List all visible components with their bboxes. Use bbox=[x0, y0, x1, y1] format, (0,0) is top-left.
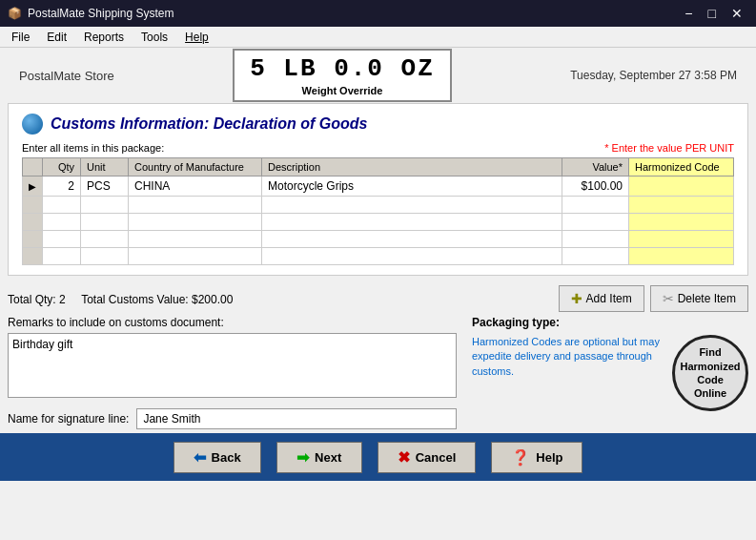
row-unit: PCS bbox=[81, 177, 129, 197]
right-bottom: Packaging type: Harmonized Codes are opt… bbox=[472, 316, 748, 429]
totals-row: Total Qty: 2 Total Customs Value: $200.0… bbox=[8, 293, 233, 306]
weight-label: Weight Override bbox=[250, 85, 435, 96]
plus-icon: ✚ bbox=[571, 291, 582, 306]
maximize-button[interactable]: □ bbox=[703, 4, 722, 23]
table-row-empty bbox=[23, 197, 734, 214]
table-row-empty bbox=[23, 231, 734, 248]
harmonized-note: Harmonized Codes are optional but may ex… bbox=[472, 335, 663, 379]
window-controls: − □ ✕ bbox=[679, 4, 748, 23]
items-table: Qty Unit Country of Manufacture Descript… bbox=[22, 157, 734, 265]
row-selector: ▶ bbox=[23, 177, 43, 197]
delete-item-label: Delete Item bbox=[678, 292, 736, 305]
header: PostalMate Store 5 LB 0.0 OZ Weight Over… bbox=[0, 48, 756, 103]
help-button[interactable]: ❓ Help bbox=[491, 442, 582, 473]
total-value: Total Customs Value: $200.00 bbox=[81, 293, 233, 306]
close-button[interactable]: ✕ bbox=[725, 4, 748, 23]
store-name: PostalMate Store bbox=[19, 69, 114, 83]
page-title: Customs Information: Declaration of Good… bbox=[51, 115, 367, 133]
row-country: CHINA bbox=[129, 177, 262, 197]
menu-help[interactable]: Help bbox=[177, 29, 216, 46]
menu-edit[interactable]: Edit bbox=[39, 29, 74, 46]
action-buttons: ✚ Add Item ✂ Delete Item bbox=[559, 285, 748, 312]
minimize-button[interactable]: − bbox=[679, 4, 698, 23]
next-button[interactable]: ➡ Next bbox=[276, 442, 362, 473]
back-label: Back bbox=[212, 450, 241, 465]
menu-file[interactable]: File bbox=[4, 29, 37, 46]
title-bar: 📦 PostalMate Shipping System − □ ✕ bbox=[0, 0, 756, 27]
help-question-icon: ❓ bbox=[511, 448, 530, 467]
app-title: PostalMate Shipping System bbox=[28, 7, 174, 20]
packaging-label: Packaging type: bbox=[472, 316, 748, 329]
packaging-content: Harmonized Codes are optional but may ex… bbox=[472, 335, 748, 411]
app-icon: 📦 bbox=[8, 7, 22, 20]
cancel-label: Cancel bbox=[416, 450, 457, 465]
bottom-section: Remarks to include on customs document: … bbox=[8, 316, 748, 429]
delete-item-button[interactable]: ✂ Delete Item bbox=[650, 285, 748, 312]
next-arrow-icon: ➡ bbox=[296, 448, 309, 467]
find-harmonized-button[interactable]: Find Harmonized Code Online bbox=[672, 335, 748, 411]
cancel-button[interactable]: ✖ Cancel bbox=[378, 442, 477, 473]
total-qty: Total Qty: 2 bbox=[8, 293, 66, 306]
weight-value: 5 LB 0.0 OZ bbox=[250, 54, 435, 83]
row-qty: 2 bbox=[43, 177, 81, 197]
main-content: Customs Information: Declaration of Good… bbox=[8, 103, 748, 276]
remarks-label: Remarks to include on customs document: bbox=[8, 316, 457, 329]
cancel-x-icon: ✖ bbox=[398, 448, 410, 467]
table-instructions: Enter all items in this package: bbox=[22, 142, 164, 154]
row-description: Motorcycle Grips bbox=[262, 177, 562, 197]
scissors-icon: ✂ bbox=[663, 291, 674, 306]
col-value: Value* bbox=[562, 158, 629, 177]
signature-label: Name for signature line: bbox=[8, 412, 129, 426]
col-unit: Unit bbox=[81, 158, 129, 177]
next-label: Next bbox=[315, 450, 341, 465]
back-button[interactable]: ⬅ Back bbox=[174, 442, 261, 473]
add-item-button[interactable]: ✚ Add Item bbox=[559, 285, 644, 312]
remarks-textarea[interactable]: Birthday gift bbox=[8, 333, 457, 398]
globe-icon bbox=[22, 114, 43, 135]
row-value: $100.00 bbox=[562, 177, 629, 197]
col-description: Description bbox=[262, 158, 562, 177]
date-time: Tuesday, September 27 3:58 PM bbox=[570, 69, 737, 82]
weight-display: 5 LB 0.0 OZ Weight Override bbox=[233, 49, 452, 102]
footer: ⬅ Back ➡ Next ✖ Cancel ❓ Help bbox=[0, 433, 756, 481]
help-label: Help bbox=[536, 450, 562, 465]
section-header: Customs Information: Declaration of Good… bbox=[22, 114, 734, 135]
signature-input[interactable] bbox=[136, 408, 457, 429]
table-header-row: Enter all items in this package: * Enter… bbox=[22, 142, 734, 154]
find-harmonized-label: Find Harmonized Code Online bbox=[681, 345, 741, 400]
menu-tools[interactable]: Tools bbox=[133, 29, 175, 46]
col-harmonized: Harmonized Code bbox=[629, 158, 734, 177]
menu-reports[interactable]: Reports bbox=[76, 29, 132, 46]
per-unit-note: * Enter the value PER UNIT bbox=[604, 142, 734, 154]
left-bottom: Remarks to include on customs document: … bbox=[8, 316, 457, 429]
menu-bar: File Edit Reports Tools Help bbox=[0, 27, 756, 48]
col-country: Country of Manufacture bbox=[129, 158, 262, 177]
table-row-empty bbox=[23, 214, 734, 231]
row-harmonized-code[interactable] bbox=[629, 177, 734, 197]
col-qty: Qty bbox=[43, 158, 81, 177]
selector-header bbox=[23, 158, 43, 177]
signature-row: Name for signature line: bbox=[8, 408, 457, 429]
table-row-empty bbox=[23, 248, 734, 265]
add-item-label: Add Item bbox=[586, 292, 632, 305]
table-row[interactable]: ▶ 2 PCS CHINA Motorcycle Grips $100.00 bbox=[23, 177, 734, 197]
back-arrow-icon: ⬅ bbox=[194, 448, 206, 467]
totals-section: Total Qty: 2 Total Customs Value: $200.0… bbox=[8, 280, 748, 312]
